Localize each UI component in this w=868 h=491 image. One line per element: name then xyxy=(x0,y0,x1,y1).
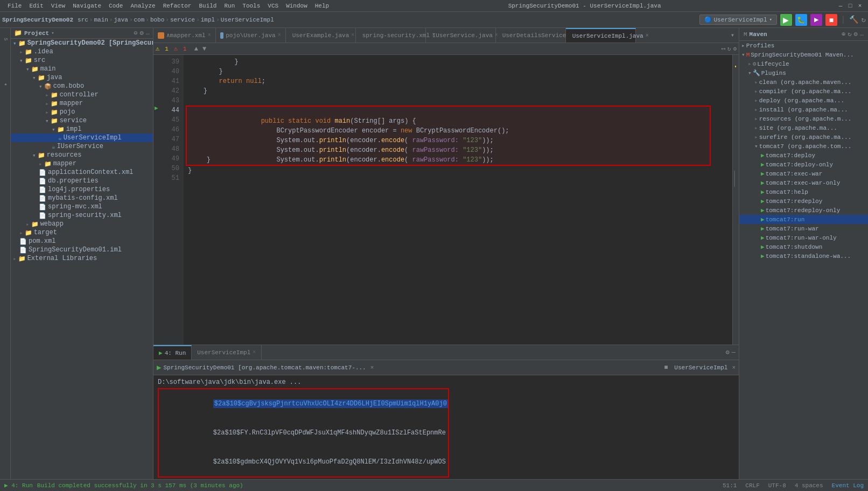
tree-webapp[interactable]: ▸ 📁 webapp xyxy=(11,220,153,228)
vertical-side-tabs[interactable]: S ★ xyxy=(0,28,11,479)
maven-tomcat7[interactable]: ▾ tomcat7 (org.apache.tom... xyxy=(739,142,868,151)
more-icon[interactable]: ⚙ xyxy=(733,45,737,52)
menu-window[interactable]: Window xyxy=(283,3,311,9)
tree-spring-security[interactable]: 📄 spring-security.xml xyxy=(11,211,153,220)
close-tab-icon[interactable]: × xyxy=(351,32,354,38)
menu-file[interactable]: File xyxy=(4,3,25,9)
close-tab-icon[interactable]: × xyxy=(208,32,211,38)
bottom-tabs-bar[interactable]: ▶ 4: Run UserServiceImpl × ⚙ — xyxy=(153,345,739,360)
maven-lifecycle[interactable]: ▸ ⚙ Lifecycle xyxy=(739,59,868,68)
tab-userdetails[interactable]: UserDetailsService.java × xyxy=(496,28,566,43)
close-run-icon[interactable]: × xyxy=(370,364,374,371)
add-icon[interactable]: ⊕ xyxy=(842,30,845,38)
tab-user-java[interactable]: pojo\User.java × xyxy=(216,28,286,43)
tree-appcontext[interactable]: 📄 applicationContext.xml xyxy=(11,168,153,177)
menu-bar[interactable]: File Edit View Navigate Code Analyze Ref… xyxy=(4,3,332,9)
diff-icon[interactable]: ⟷ xyxy=(722,45,725,52)
menu-edit[interactable]: Edit xyxy=(26,3,46,9)
maven-install[interactable]: ▸ install (org.apache.ma... xyxy=(739,105,868,114)
coverage-button[interactable]: ▶ xyxy=(810,14,822,26)
tree-java[interactable]: ▾ 📁 java xyxy=(11,73,153,82)
tab-mapper[interactable]: ∧mapper.xml × xyxy=(153,28,216,43)
menu-vcs[interactable]: VCS xyxy=(264,3,282,9)
debug-button[interactable]: 🐛 xyxy=(795,14,807,26)
maven-resources[interactable]: ▸ resources (org.apache.m... xyxy=(739,114,868,123)
dropdown-icon[interactable]: ▾ xyxy=(51,30,54,36)
settings-icon[interactable]: ⚙ xyxy=(726,348,730,356)
vertical-scrollbar[interactable] xyxy=(732,55,739,345)
tree-com-bobo[interactable]: ▾ 📦 com.bobo xyxy=(11,82,153,90)
menu-code[interactable]: Code xyxy=(106,3,126,9)
close-tab-icon[interactable]: × xyxy=(278,32,281,38)
maven-tomcat7-shutdown[interactable]: ▶ tomcat7:shutdown xyxy=(739,242,868,251)
sync-icon[interactable]: ↻ xyxy=(862,15,866,24)
close-button[interactable]: × xyxy=(856,2,864,10)
code-editor[interactable]: ▶ 39 40 41 42 43 44 45 xyxy=(153,55,739,345)
bottom-tab-userserviceimpl[interactable]: UserServiceImpl × xyxy=(192,345,262,360)
maven-tomcat7-exec-war-only[interactable]: ▶ tomcat7:exec-war-only xyxy=(739,178,868,187)
maven-tomcat7-run-war[interactable]: ▶ tomcat7:run-war xyxy=(739,224,868,233)
tabs-overflow[interactable]: ▾ xyxy=(726,31,739,39)
menu-view[interactable]: View xyxy=(48,3,68,9)
settings-icon[interactable]: ⚙ xyxy=(140,29,144,37)
sync-icon[interactable]: ↻ xyxy=(727,45,731,52)
tree-log4j[interactable]: 📄 log4j.properties xyxy=(11,185,153,194)
build-icon[interactable]: 🔨 xyxy=(849,15,858,24)
maven-surefire[interactable]: ▸ surefire (org.apache.ma... xyxy=(739,132,868,142)
maven-root[interactable]: ▾ M SpringSecurityDemo01 Maven... xyxy=(739,50,868,59)
menu-tools[interactable]: Tools xyxy=(239,3,263,9)
nav-up[interactable]: ▲ xyxy=(194,45,198,53)
tree-iuserservice[interactable]: ☕ IUserService xyxy=(11,142,153,151)
menu-run[interactable]: Run xyxy=(221,3,238,9)
tree-idea[interactable]: ▸ 📁 .idea xyxy=(11,47,153,56)
stop-button[interactable]: ■ xyxy=(825,14,837,26)
minimize-button[interactable]: — xyxy=(837,2,844,10)
close-tab-icon[interactable]: × xyxy=(646,33,649,39)
maximize-button[interactable]: □ xyxy=(846,2,854,10)
tree-pom[interactable]: 📄 pom.xml xyxy=(11,237,153,246)
tree-target[interactable]: ▸ 📁 target xyxy=(11,228,153,237)
run-config-dropdown[interactable]: 🔵 UserServiceImpl ▾ xyxy=(699,15,777,25)
maven-plugins[interactable]: ▾ 🔧 Plugins xyxy=(739,68,868,78)
close-tab-icon[interactable]: × xyxy=(253,349,256,355)
code-content[interactable]: } } return null; } public static void ma… xyxy=(184,55,732,345)
editor-tabs-bar[interactable]: ∧mapper.xml × pojo\User.java × UserExamp… xyxy=(153,28,739,43)
close-tab-icon[interactable]: × xyxy=(586,32,589,38)
maven-tomcat7-redeploy[interactable]: ▶ tomcat7:redeploy xyxy=(739,197,868,206)
tree-src[interactable]: ▾ 📁 src xyxy=(11,56,153,65)
settings-icon[interactable]: ⚙ xyxy=(854,30,858,38)
menu-refactor[interactable]: Refactor xyxy=(160,3,195,9)
tree-main[interactable]: ▾ 📁 main xyxy=(11,65,153,73)
more-icon[interactable]: … xyxy=(860,30,864,38)
minimize-icon[interactable]: — xyxy=(732,349,736,356)
maven-tomcat7-run[interactable]: ▶ tomcat7:run xyxy=(739,215,868,224)
maven-site[interactable]: ▸ site (org.apache.ma... xyxy=(739,123,868,132)
maven-tomcat7-exec-war[interactable]: ▶ tomcat7:exec-war xyxy=(739,169,868,178)
collapse-all-icon[interactable]: ⊖ xyxy=(134,29,137,37)
stop-icon[interactable]: ■ xyxy=(664,364,668,371)
menu-analyze[interactable]: Analyze xyxy=(127,3,158,9)
event-log[interactable]: Event Log xyxy=(832,482,864,489)
tab-userexample[interactable]: UserExample.java × xyxy=(286,28,356,43)
tree-db-props[interactable]: 📄 db.properties xyxy=(11,177,153,185)
maven-tomcat7-run-war-only[interactable]: ▶ tomcat7:run-war-only xyxy=(739,233,868,242)
scroll-thumb[interactable] xyxy=(734,171,735,187)
tree-pojo[interactable]: ▸ 📁 pojo xyxy=(11,108,153,116)
maven-tomcat7-standalone[interactable]: ▶ tomcat7:standalone-wa... xyxy=(739,251,868,261)
tree-mapper-res[interactable]: ▸ 📁 mapper xyxy=(11,159,153,168)
maven-compiler[interactable]: ▸ compiler (org.apache.ma... xyxy=(739,87,868,96)
close-tab-icon[interactable]: × xyxy=(495,32,498,38)
menu-navigate[interactable]: Navigate xyxy=(69,3,104,9)
file-tree[interactable]: ▾ 📁 SpringSecurityDemo02 [SpringSecurity… xyxy=(11,39,153,479)
maven-tomcat7-redeploy-only[interactable]: ▶ tomcat7:redeploy-only xyxy=(739,206,868,215)
tree-iml[interactable]: 📄 SpringSecurityDemo01.iml xyxy=(11,246,153,254)
maven-profiles[interactable]: ▸ Profiles xyxy=(739,41,868,50)
maven-tree[interactable]: ▸ Profiles ▾ M SpringSecurityDemo01 Mave… xyxy=(739,41,868,479)
tree-ext-libs[interactable]: ▸ 📁 External Libraries xyxy=(11,254,153,263)
tree-userserviceimpl[interactable]: ☕ UserServiceImpl xyxy=(11,134,153,142)
maven-tomcat7-help[interactable]: ▶ tomcat7:help xyxy=(739,187,868,197)
run-toolbar[interactable]: ▶ SpringSecurityDemo01 [org.apache.tomca… xyxy=(153,360,739,375)
window-controls[interactable]: — □ × xyxy=(837,2,864,10)
tab-iuserservice[interactable]: IUserService.java × xyxy=(426,28,496,43)
run-button[interactable]: ▶ xyxy=(780,14,792,26)
